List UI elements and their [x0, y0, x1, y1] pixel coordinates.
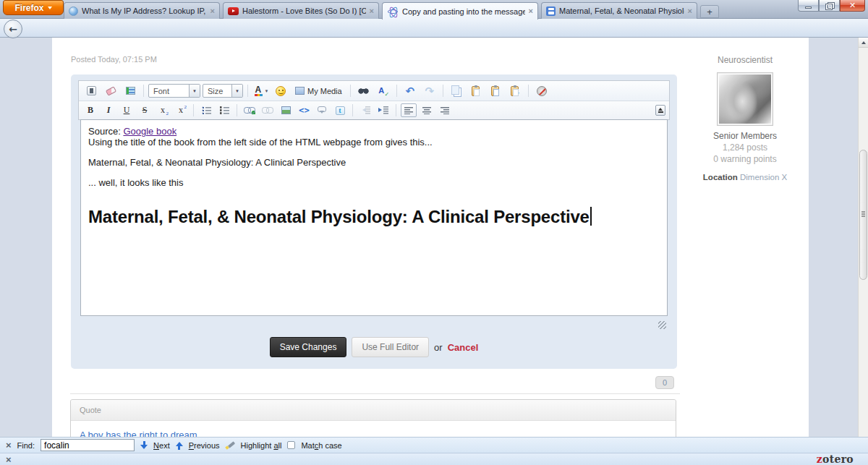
superscript-button[interactable] — [173, 103, 189, 117]
tab-close-icon[interactable]: × — [370, 7, 374, 15]
divider — [247, 85, 248, 97]
match-case-checkbox[interactable] — [287, 441, 295, 449]
tab-ip-address[interactable]: What Is My IP Address? Lookup IP, Hi... … — [64, 2, 220, 19]
quote-header: Quote — [71, 400, 676, 421]
tab-close-icon[interactable]: × — [688, 7, 692, 15]
italic-button[interactable] — [101, 103, 116, 117]
paste-button[interactable] — [467, 83, 485, 99]
copy-button[interactable] — [448, 83, 465, 99]
my-media-label: My Media — [307, 87, 342, 95]
forum-page-body: Posted Today, 07:15 PM Font ▼ Size — [52, 38, 809, 437]
collapse-toolbar-button[interactable] — [655, 105, 665, 116]
my-media-button[interactable]: My Media — [292, 83, 346, 99]
firefox-menu-label: Firefox — [14, 3, 43, 13]
insert-quote-button[interactable] — [314, 103, 330, 117]
find-replace-button[interactable] — [355, 83, 373, 99]
font-color-icon — [254, 86, 264, 96]
insert-link-button[interactable] — [242, 103, 258, 117]
message-body-editor[interactable]: Source: Google book Using the title of t… — [80, 119, 668, 316]
rich-paste-icon — [126, 87, 135, 95]
indent-button[interactable] — [375, 103, 391, 117]
avatar-image — [719, 74, 771, 124]
signature-link[interactable]: A boy has the right to dream — [80, 430, 197, 437]
find-next-button[interactable]: Next — [153, 441, 170, 450]
find-previous-button[interactable]: Previous — [189, 441, 220, 450]
close-find-icon[interactable]: × — [6, 440, 12, 450]
author-name[interactable]: Neuroscientist — [686, 55, 804, 65]
undo-button[interactable] — [401, 83, 419, 99]
close-addonbar-icon[interactable]: × — [6, 455, 12, 464]
new-tab-button[interactable]: + — [700, 5, 719, 18]
align-center-button[interactable] — [419, 103, 435, 117]
subscript-button[interactable] — [155, 103, 171, 117]
globe-icon — [69, 7, 78, 16]
firefox-menu-button[interactable]: Firefox — [3, 0, 64, 15]
align-left-button[interactable] — [401, 103, 417, 117]
restore-button[interactable] — [819, 0, 840, 12]
emoticon-button[interactable] — [272, 83, 289, 99]
divider — [143, 85, 144, 97]
match-case-label[interactable]: Match case — [301, 441, 341, 450]
paste-word-button[interactable]: ✓ — [506, 83, 524, 99]
scrollbar-thumb[interactable] — [859, 150, 867, 280]
editor-line: Source: Google book — [88, 126, 660, 137]
use-full-editor-button[interactable]: Use Full Editor — [352, 337, 429, 357]
spellcheck-button[interactable] — [375, 83, 392, 99]
tab-scienceforums-active[interactable]: Copy and pasting into the message b... × — [382, 2, 538, 20]
editor-line: Maternal, Fetal, & Neonatal Physiology: … — [88, 157, 660, 168]
window-controls: ✕ — [798, 0, 865, 12]
tab-close-icon[interactable]: × — [210, 7, 215, 15]
paste-plain-button[interactable] — [487, 83, 504, 99]
source-mode-button[interactable] — [82, 83, 100, 99]
addon-bar: × zotero — [0, 453, 868, 465]
underline-button[interactable] — [119, 103, 135, 117]
bold-button[interactable] — [82, 103, 98, 117]
google-book-link[interactable]: Google book — [123, 126, 176, 137]
minimize-icon — [805, 7, 812, 9]
insert-code-button[interactable] — [296, 103, 312, 117]
author-post-count: 1,284 posts — [686, 142, 804, 153]
resize-grip-icon[interactable] — [658, 321, 666, 329]
back-button[interactable] — [4, 20, 22, 38]
paste-icon — [472, 86, 480, 96]
google-books-icon — [546, 7, 556, 16]
scroll-up-arrow[interactable] — [859, 38, 868, 48]
find-input[interactable] — [41, 439, 135, 451]
save-changes-button[interactable]: Save Changes — [270, 337, 347, 357]
reputation-badge[interactable]: 0 — [655, 376, 674, 389]
bullet-list-icon — [202, 106, 211, 114]
cancel-link[interactable]: Cancel — [448, 342, 479, 353]
tab-title: Copy and pasting into the message b... — [402, 7, 525, 16]
chevron-down-icon: ▼ — [189, 85, 200, 97]
location-label: Location — [703, 173, 738, 182]
close-button[interactable]: ✕ — [840, 0, 865, 12]
size-dropdown[interactable]: Size ▼ — [203, 84, 243, 98]
align-right-button[interactable] — [437, 103, 453, 117]
divider — [350, 85, 351, 97]
remove-format-button[interactable] — [533, 83, 550, 99]
tab-google-books[interactable]: Maternal, Fetal, & Neonatal Physiolo... … — [541, 2, 697, 19]
highlighter-icon — [226, 441, 235, 449]
tab-close-icon[interactable]: × — [529, 7, 533, 15]
outdent-button[interactable] — [357, 103, 373, 117]
zotero-logo[interactable]: zotero — [817, 453, 854, 465]
remove-link-button[interactable] — [260, 103, 276, 117]
font-color-button[interactable]: ▼ — [252, 83, 270, 99]
rich-paste-button[interactable] — [122, 83, 139, 99]
window-scrollbar[interactable] — [858, 38, 868, 437]
spellcheck-icon — [378, 86, 388, 96]
eraser-button[interactable] — [102, 83, 119, 99]
paste-word-icon: ✓ — [511, 86, 519, 96]
insert-image-button[interactable] — [278, 103, 294, 117]
highlight-all-button[interactable]: Highlight all — [241, 441, 282, 450]
redo-button[interactable] — [421, 83, 438, 99]
minimize-button[interactable] — [798, 0, 819, 12]
editor-line: Using the title of the book from the lef… — [88, 137, 660, 148]
bullet-list-button[interactable] — [198, 103, 214, 117]
divider — [193, 104, 194, 116]
twitter-button[interactable] — [332, 103, 348, 117]
numbered-list-button[interactable] — [216, 103, 232, 117]
font-dropdown[interactable]: Font ▼ — [148, 84, 200, 98]
strikethrough-button[interactable] — [137, 103, 153, 117]
tab-youtube[interactable]: Halestorm - Love Bites (So Do I) [Offi..… — [223, 2, 379, 19]
